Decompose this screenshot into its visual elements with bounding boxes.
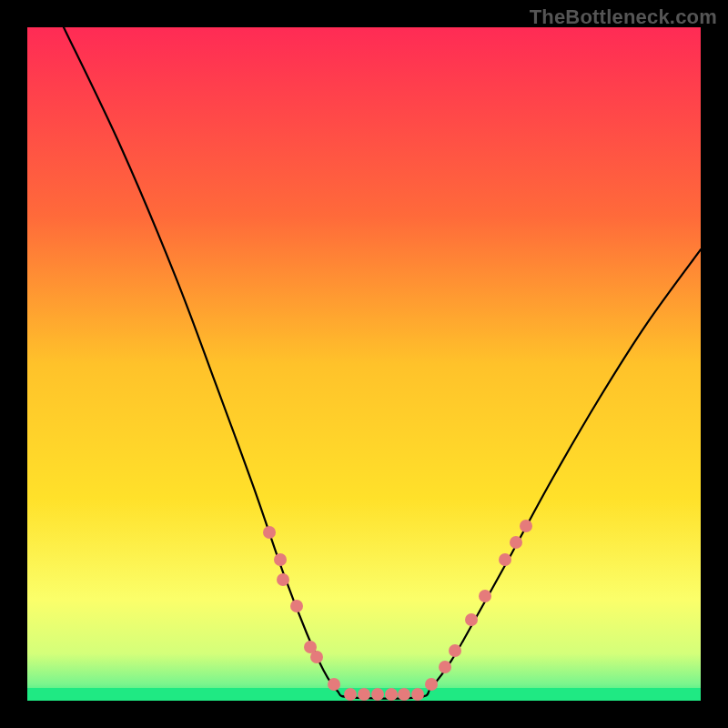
chart-frame: TheBottleneck.com <box>0 0 728 728</box>
data-point <box>439 661 451 673</box>
data-point <box>310 651 323 663</box>
data-point <box>358 688 370 701</box>
data-point <box>425 678 438 691</box>
data-point <box>344 688 357 701</box>
data-point <box>277 573 289 586</box>
data-point <box>411 688 424 701</box>
data-point <box>510 536 522 549</box>
plot-area <box>27 27 701 701</box>
data-point <box>328 678 340 691</box>
data-point <box>385 688 398 701</box>
bottleneck-curve <box>27 27 701 701</box>
data-point <box>371 688 384 701</box>
data-point <box>520 520 532 532</box>
data-point <box>398 688 410 701</box>
data-point <box>274 553 287 566</box>
watermark-text: TheBottleneck.com <box>530 5 717 29</box>
data-point <box>499 553 511 566</box>
data-point <box>449 644 461 657</box>
